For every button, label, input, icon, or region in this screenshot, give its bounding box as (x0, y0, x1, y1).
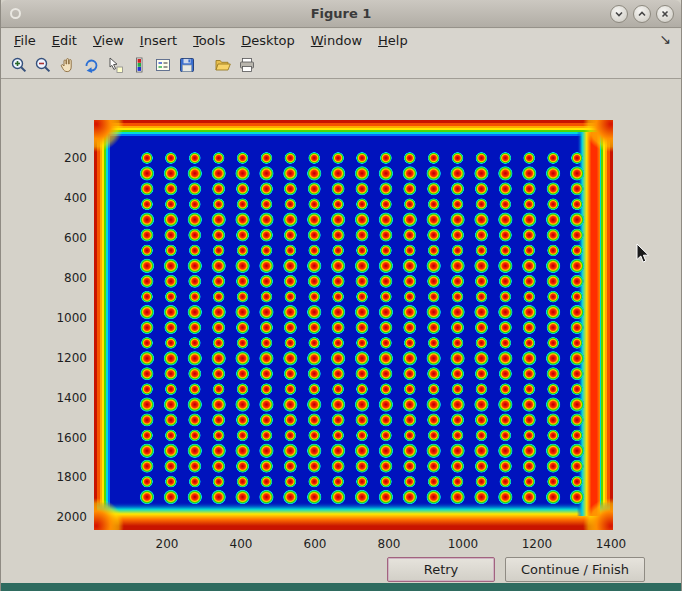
insert-legend-button[interactable] (151, 54, 175, 76)
x-tick-label: 200 (145, 537, 189, 551)
x-tick-label: 1200 (515, 537, 559, 551)
y-tick-label: 400 (37, 191, 87, 205)
retry-button[interactable]: Retry (387, 557, 495, 582)
x-tick-label: 400 (219, 537, 263, 551)
close-window-button[interactable] (656, 5, 674, 23)
insert-colorbar-button[interactable] (127, 54, 151, 76)
x-tick-label: 1000 (441, 537, 485, 551)
y-tick-label: 1000 (37, 311, 87, 325)
data-cursor-icon (106, 56, 124, 74)
chevron-down-icon (614, 9, 624, 19)
colorbar-icon (130, 56, 148, 74)
chevron-up-icon (637, 9, 647, 19)
close-icon (660, 9, 670, 19)
menu-bar: File Edit View Insert Tools Desktop Wind… (1, 29, 681, 52)
menu-edit[interactable]: Edit (45, 30, 86, 51)
zoom-in-button[interactable] (7, 54, 31, 76)
menu-window[interactable]: Window (304, 30, 371, 51)
save-icon (178, 56, 196, 74)
figure-toolbar (1, 52, 681, 79)
save-button[interactable] (175, 54, 199, 76)
x-tick-label: 1400 (589, 537, 633, 551)
figure-image (94, 120, 613, 530)
open-button[interactable] (211, 54, 235, 76)
continue-finish-button[interactable]: Continue / Finish (505, 557, 645, 582)
mouse-cursor (636, 243, 652, 265)
menu-view[interactable]: View (86, 30, 133, 51)
menu-insert[interactable]: Insert (133, 30, 186, 51)
zoom-out-button[interactable] (31, 54, 55, 76)
y-tick-label: 600 (37, 231, 87, 245)
menu-tools[interactable]: Tools (186, 30, 234, 51)
zoom-in-icon (10, 56, 28, 74)
printer-icon (238, 56, 256, 74)
y-tick-label: 1600 (37, 431, 87, 445)
legend-icon (154, 56, 172, 74)
window-title: Figure 1 (1, 6, 681, 21)
y-tick-label: 1200 (37, 351, 87, 365)
maximize-window-button[interactable] (633, 5, 651, 23)
title-bar[interactable]: Figure 1 (1, 0, 681, 28)
zoom-out-icon (34, 56, 52, 74)
open-folder-icon (214, 56, 232, 74)
pan-button[interactable] (55, 54, 79, 76)
rotate-icon (82, 56, 100, 74)
hand-icon (58, 56, 76, 74)
toolbar-separator (199, 65, 211, 66)
rotate-3d-button[interactable] (79, 54, 103, 76)
menu-file[interactable]: File (7, 30, 45, 51)
y-tick-label: 2000 (37, 510, 87, 524)
data-cursor-button[interactable] (103, 54, 127, 76)
y-tick-label: 1400 (37, 391, 87, 405)
print-button[interactable] (235, 54, 259, 76)
y-tick-label: 1800 (37, 470, 87, 484)
x-tick-label: 600 (293, 537, 337, 551)
menu-overflow-icon[interactable]: ↘ (659, 31, 671, 47)
menu-desktop[interactable]: Desktop (234, 30, 304, 51)
menu-help[interactable]: Help (371, 30, 417, 51)
x-tick-label: 800 (367, 537, 411, 551)
y-tick-label: 200 (37, 151, 87, 165)
desktop-strip (1, 583, 681, 591)
shade-window-button[interactable] (610, 5, 628, 23)
figure-window: Figure 1 File Edit View Insert Tools Des… (0, 0, 682, 591)
y-tick-label: 800 (37, 271, 87, 285)
